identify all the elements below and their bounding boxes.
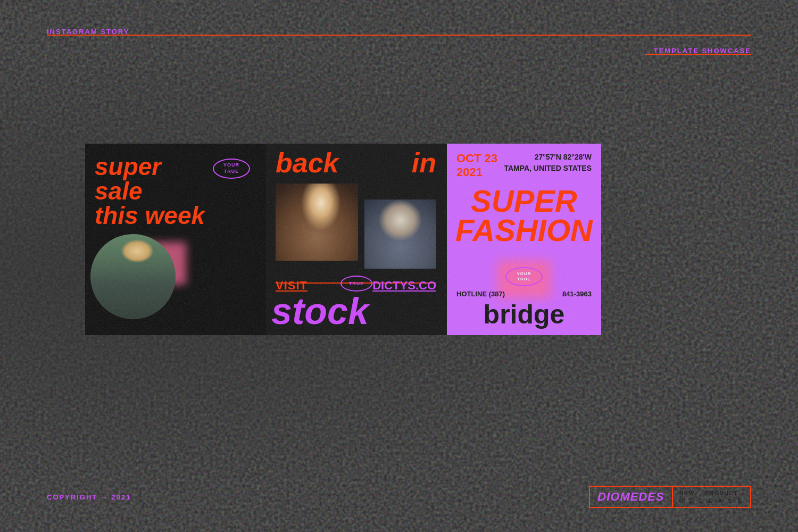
brand-new-label: NEW xyxy=(679,490,695,496)
t1-badge-line2: TRUE xyxy=(224,169,239,175)
t3-location-info: 27°57'N 82°28'W TAMPA, UNITED STATES xyxy=(504,152,592,174)
t3-date-line1: OCT 23 xyxy=(456,152,497,165)
brand-release-area: NEW PRODUCT R E L E A S E xyxy=(673,487,750,507)
brand-product-label: PRODUCT xyxy=(705,490,737,496)
brand-new-product-row: NEW PRODUCT xyxy=(679,490,744,496)
t3-hotline-label: HOTLINE (387) xyxy=(456,290,505,298)
t1-person-image xyxy=(90,234,176,319)
t3-badge: YOUR TRUE xyxy=(505,267,543,286)
t3-date: OCT 23 2021 xyxy=(456,152,497,180)
t3-headline: SUPER FASHION xyxy=(447,186,601,245)
t2-website: DICTYS.CO xyxy=(372,279,436,293)
t2-photo-2 xyxy=(364,200,436,269)
t1-headline-line3: this week xyxy=(95,202,205,229)
t3-location: TAMPA, UNITED STATES xyxy=(504,163,592,174)
bottom-bar: COPYRIGHT → 2021 DIOMEDES NEW PRODUCT R … xyxy=(47,486,751,508)
t1-headline-line2: sale xyxy=(95,177,143,205)
t2-headline-back: back xyxy=(276,149,339,177)
template-super-sale: super sale this week YOUR TRUE simply du… xyxy=(85,144,266,335)
brand-name: DIOMEDES xyxy=(590,487,672,507)
t1-circle-photo xyxy=(90,234,176,319)
t1-badge: YOUR TRUE xyxy=(213,159,250,179)
t2-photo-1 xyxy=(276,184,358,261)
t3-headline-line2: FASHION xyxy=(452,215,596,245)
t1-badge-line1: YOUR xyxy=(223,162,239,169)
instagram-story-label: INSTAGRAM STORY xyxy=(47,28,129,36)
template-super-fashion: OCT 23 2021 27°57'N 82°28'W TAMPA, UNITE… xyxy=(447,144,601,335)
t3-brand-word: bridge xyxy=(447,299,601,330)
t3-hotline-row: HOTLINE (387) 841-3963 xyxy=(447,290,601,298)
red-line-bottom-right xyxy=(645,54,751,55)
brand-box: DIOMEDES NEW PRODUCT R E L E A S E xyxy=(589,486,751,508)
t2-badge: TRUE xyxy=(340,276,372,292)
t3-date-line2: 2021 xyxy=(456,165,497,179)
brand-release-text: R E L E A S E xyxy=(679,497,744,504)
t3-badge-line2: TRUE xyxy=(517,277,531,282)
t2-person-2 xyxy=(364,200,436,269)
copyright-text: COPYRIGHT → 2021 xyxy=(47,493,131,501)
t1-headline-line1: super xyxy=(95,153,161,180)
t3-headline-line1: SUPER xyxy=(452,186,596,215)
t3-coordinates: 27°57'N 82°28'W xyxy=(504,152,592,163)
t2-headline-in: in xyxy=(412,149,436,177)
t2-badge-label: TRUE xyxy=(349,281,364,286)
t3-badge-line1: YOUR xyxy=(517,271,531,277)
t1-headline: super sale this week xyxy=(95,154,205,228)
t2-person-1 xyxy=(276,184,358,261)
t3-phone-number: 841-3963 xyxy=(562,290,592,298)
t3-date-row: OCT 23 2021 27°57'N 82°28'W TAMPA, UNITE… xyxy=(447,152,601,180)
templates-row: super sale this week YOUR TRUE simply du… xyxy=(85,144,758,335)
t2-headline-stock: stock xyxy=(271,293,369,330)
template-back-in-stock: back in VISIT DICTYS.CO TRUE stock xyxy=(266,144,447,335)
red-line-top xyxy=(47,35,751,36)
page: INSTAGRAM STORY TEMPLATE SHOWCASE super … xyxy=(0,0,798,532)
